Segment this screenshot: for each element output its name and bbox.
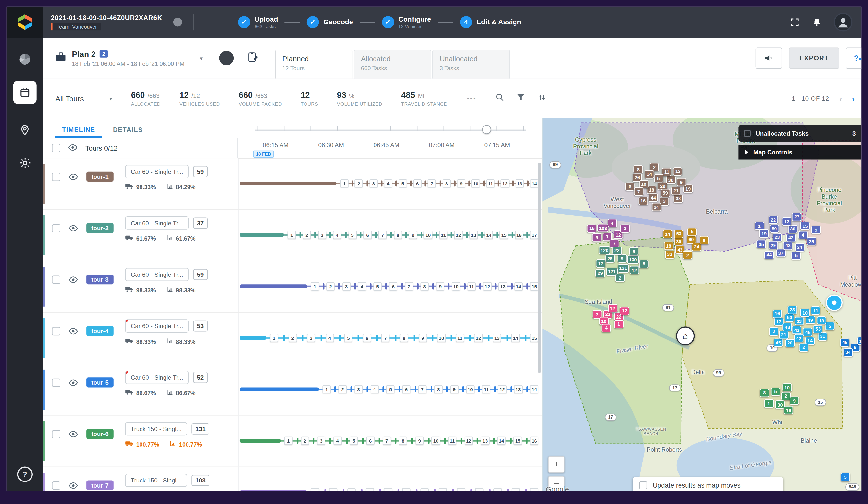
- stop-chip[interactable]: 17: [530, 231, 538, 239]
- stop-chip[interactable]: 11: [486, 179, 495, 188]
- stop-chip[interactable]: 8: [443, 179, 451, 188]
- stop-chip[interactable]: 9: [457, 488, 465, 491]
- task-marker[interactable]: 30: [788, 225, 797, 233]
- tour-badge[interactable]: tour-3: [86, 274, 114, 284]
- task-marker[interactable]: 8: [760, 389, 769, 397]
- eye-toggle[interactable]: [69, 327, 78, 337]
- task-marker[interactable]: 2: [799, 343, 808, 351]
- stop-chip[interactable]: 9: [450, 385, 458, 394]
- task-marker[interactable]: 8: [639, 260, 649, 268]
- stop-chip[interactable]: 14: [511, 334, 520, 342]
- task-marker[interactable]: 9: [700, 236, 709, 244]
- task-marker[interactable]: 5: [654, 174, 663, 182]
- task-marker[interactable]: 5: [771, 388, 780, 396]
- task-marker[interactable]: 11: [811, 306, 820, 315]
- task-marker[interactable]: 44: [764, 251, 774, 260]
- stop-chip[interactable]: 11: [448, 437, 457, 445]
- stop-chip[interactable]: 1: [311, 282, 319, 291]
- stop-chip[interactable]: 12: [501, 179, 509, 188]
- stop-chip[interactable]: 3: [317, 437, 326, 445]
- eye-toggle-all[interactable]: [68, 143, 78, 153]
- stop-chip[interactable]: 5: [373, 282, 382, 291]
- stop-chip[interactable]: 11: [439, 231, 447, 239]
- task-marker[interactable]: 48: [783, 323, 792, 332]
- task-marker[interactable]: 14: [663, 230, 672, 239]
- task-marker[interactable]: 9: [677, 178, 686, 187]
- stop-chip[interactable]: 8: [439, 488, 447, 491]
- task-marker[interactable]: 19: [760, 230, 769, 238]
- depot-home-marker[interactable]: ⌂: [676, 326, 695, 345]
- task-marker[interactable]: 24: [795, 243, 804, 252]
- help-panel-button[interactable]: ?≡: [846, 48, 861, 69]
- stop-chip[interactable]: 3: [354, 385, 363, 394]
- stop-chip[interactable]: 12: [483, 282, 492, 291]
- stop-chip[interactable]: 16: [530, 437, 538, 445]
- stop-chip[interactable]: 12: [498, 385, 507, 394]
- task-marker[interactable]: 3: [769, 327, 778, 336]
- task-marker[interactable]: 17: [774, 317, 783, 326]
- task-marker[interactable]: 53: [674, 230, 683, 238]
- vehicle-pill[interactable]: Truck 150 - Singl...: [125, 422, 187, 436]
- stop-chip[interactable]: 13: [469, 231, 478, 239]
- stop-chip[interactable]: 15: [500, 231, 508, 239]
- unallocated-checkbox[interactable]: [744, 130, 751, 137]
- app-logo[interactable]: [7, 7, 43, 38]
- stop-chip[interactable]: 12: [474, 334, 483, 342]
- task-marker[interactable]: 30: [775, 400, 785, 409]
- stop-chip[interactable]: 4: [326, 334, 334, 342]
- task-marker[interactable]: 27: [792, 213, 802, 221]
- stop-chip[interactable]: 10: [424, 231, 432, 239]
- stop-chip[interactable]: 2: [329, 488, 338, 491]
- location-pin-marker[interactable]: [826, 295, 843, 311]
- stop-chip[interactable]: 9: [418, 334, 427, 342]
- stop-chip[interactable]: 4: [370, 385, 379, 394]
- task-marker[interactable]: 12: [608, 304, 617, 313]
- task-marker[interactable]: 2: [620, 224, 630, 233]
- slider-handle[interactable]: [482, 125, 491, 134]
- task-marker[interactable]: 10: [800, 309, 810, 317]
- stop-chip[interactable]: 9: [436, 282, 445, 291]
- plan-tab-unallocated[interactable]: Unallocated3 Tasks: [432, 50, 510, 78]
- stop-chip[interactable]: 3: [342, 282, 351, 291]
- task-marker[interactable]: 53: [813, 325, 823, 334]
- stop-chip[interactable]: 15: [514, 437, 522, 445]
- task-marker[interactable]: 42: [786, 234, 796, 242]
- tours-filter-dropdown[interactable]: All Tours ▾: [55, 94, 112, 103]
- task-marker[interactable]: 5: [688, 228, 697, 236]
- stop-chip[interactable]: 2: [301, 437, 309, 445]
- task-marker[interactable]: 2: [616, 274, 625, 282]
- task-marker[interactable]: 22: [768, 216, 778, 224]
- stop-chip[interactable]: 6: [363, 231, 372, 239]
- sidebar-item-tracking[interactable]: [18, 123, 32, 136]
- map-panel[interactable]: Cypress Provincial ParkMt Seym Provinc P…: [542, 118, 861, 491]
- task-marker[interactable]: 11: [662, 168, 671, 176]
- task-marker[interactable]: 18: [639, 180, 648, 188]
- stop-chip[interactable]: 4: [384, 179, 392, 188]
- stop-chip[interactable]: 11: [482, 385, 490, 394]
- vehicle-pill[interactable]: Car 60 - Single Tr...: [125, 319, 189, 333]
- task-marker[interactable]: 30: [666, 176, 675, 184]
- task-marker[interactable]: 59: [660, 189, 670, 197]
- tour-checkbox[interactable]: [52, 327, 60, 336]
- stop-chip[interactable]: 7: [428, 179, 436, 188]
- more-stats-button[interactable]: •••: [467, 95, 477, 102]
- stop-chip[interactable]: 7: [418, 385, 427, 394]
- tour-checkbox[interactable]: [52, 379, 60, 387]
- eye-toggle[interactable]: [69, 482, 78, 491]
- task-marker[interactable]: 18: [817, 316, 826, 325]
- stop-chip[interactable]: 5: [350, 437, 358, 445]
- stop-chip[interactable]: 10: [472, 179, 480, 188]
- tour-badge[interactable]: tour-6: [86, 429, 114, 439]
- task-marker[interactable]: 18: [664, 242, 673, 250]
- stop-chip[interactable]: 14: [530, 179, 538, 188]
- stop-chip[interactable]: 15: [530, 334, 538, 342]
- task-marker[interactable]: 26: [605, 254, 614, 263]
- vehicle-pill[interactable]: Car 60 - Single Tr...: [125, 165, 189, 178]
- task-marker[interactable]: 43: [783, 241, 793, 250]
- task-marker[interactable]: 8: [634, 165, 643, 174]
- tab-timeline[interactable]: TIMELINE: [55, 126, 102, 138]
- stop-chip[interactable]: 4: [358, 282, 366, 291]
- eye-toggle[interactable]: [69, 224, 78, 234]
- step-edit-assign[interactable]: 4Edit & Assign: [460, 16, 521, 28]
- task-marker[interactable]: 45: [803, 328, 813, 337]
